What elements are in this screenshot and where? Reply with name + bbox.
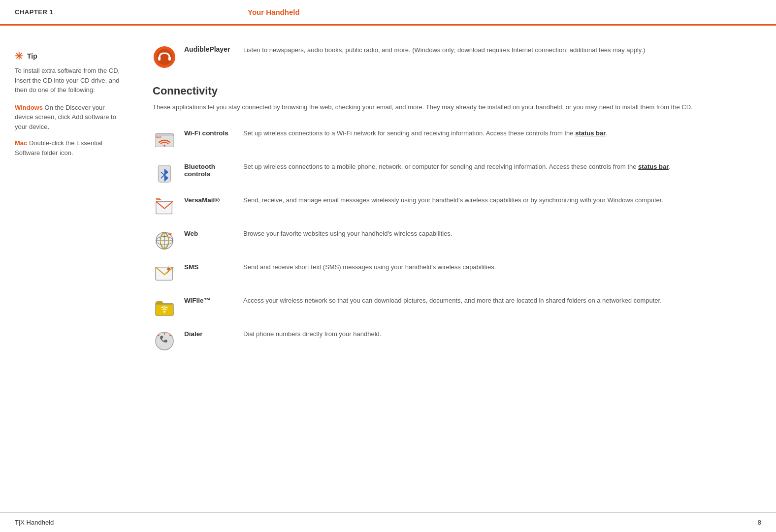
audible-icon-wrap (153, 45, 176, 69)
sms-app-name: SMS (184, 263, 198, 271)
svg-point-7 (163, 145, 165, 147)
dialer-icon (155, 331, 174, 351)
dialer-icon-wrap (153, 329, 176, 353)
tip-windows-section: Windows On the Discover your device scre… (15, 103, 123, 132)
sidebar: ✳ Tip To install extra software from the… (15, 45, 138, 358)
app-row-web: Web Browse your favorite websites using … (153, 224, 761, 257)
app-row-wifile: WiFile™ Access your wireless network so … (153, 291, 761, 324)
audible-text-wrap: AudiblePlayer Listen to newspapers, audi… (184, 45, 645, 55)
app-list: Wi-Fi Wi-Fi controls Set up wireless con… (153, 124, 761, 358)
audible-row: AudiblePlayer Listen to newspapers, audi… (153, 45, 761, 69)
bluetooth-app-name: Bluetoothcontrols (184, 163, 215, 178)
mac-label: Mac (15, 139, 27, 147)
sms-icon (155, 264, 174, 284)
footer-brand: T|X Handheld (15, 519, 54, 526)
connectivity-section: Connectivity These applications let you … (153, 85, 761, 358)
wifile-app-desc: Access your wireless network so that you… (243, 296, 761, 306)
connectivity-title: Connectivity (153, 85, 761, 97)
web-app-desc: Browse your favorite websites using your… (243, 229, 761, 239)
wifi-status-bar-link[interactable]: status bar (575, 129, 606, 137)
web-name-wrap: Web (184, 229, 243, 237)
tip-header: ✳ Tip (15, 50, 123, 62)
page-title: Your Handheld (248, 8, 761, 16)
web-app-name: Web (184, 230, 198, 237)
versamail-name-wrap: VersaMail® (184, 195, 243, 204)
sms-app-desc: Send and receive short text (SMS) messag… (243, 262, 761, 272)
svg-rect-3 (168, 57, 171, 61)
tip-mac-section: Mac Double-click the Essential Software … (15, 138, 123, 157)
dialer-app-name: Dialer (184, 330, 203, 338)
wifi-app-desc: Set up wireless connections to a Wi-Fi n… (243, 128, 761, 138)
app-row-wifi: Wi-Fi Wi-Fi controls Set up wireless con… (153, 124, 761, 157)
tip-label: Tip (27, 52, 37, 60)
wifile-name-wrap: WiFile™ (184, 296, 243, 304)
wifi-icon-wrap: Wi-Fi (153, 128, 176, 152)
app-row-dialer: Dialer Dial phone numbers directly from … (153, 324, 761, 358)
versamail-icon-wrap (153, 195, 176, 219)
page-footer: T|X Handheld 8 (0, 512, 776, 532)
tip-star-icon: ✳ (15, 50, 23, 62)
sms-name-wrap: SMS (184, 262, 243, 271)
versamail-app-desc: Send, receive, and manage email messages… (243, 195, 761, 205)
right-content: AudiblePlayer Listen to newspapers, audi… (138, 45, 761, 358)
connectivity-desc: These applications let you stay connecte… (153, 102, 761, 113)
wifile-app-name: WiFile™ (184, 297, 210, 304)
svg-rect-2 (158, 57, 161, 61)
dialer-app-desc: Dial phone numbers directly from your ha… (243, 329, 761, 339)
audible-name: AudiblePlayer (184, 45, 238, 53)
wifi-app-name: Wi-Fi controls (184, 129, 228, 137)
bluetooth-icon-wrap (153, 162, 176, 186)
footer-brand-suffix: Handheld (25, 519, 54, 526)
web-icon-wrap (153, 229, 176, 252)
dialer-name-wrap: Dialer (184, 329, 243, 338)
tip-body: To install extra software from the CD, i… (15, 66, 123, 95)
svg-rect-19 (156, 304, 173, 315)
footer-brand-name: T|X (15, 519, 25, 526)
sms-icon-wrap (153, 262, 176, 286)
main-content: ✳ Tip To install extra software from the… (0, 26, 776, 377)
audible-desc: Listen to newspapers, audio books, publi… (243, 45, 645, 55)
web-icon (155, 231, 174, 250)
wifi-name-wrap: Wi-Fi controls (184, 128, 243, 137)
svg-rect-5 (156, 134, 174, 136)
app-row-versamail: VersaMail® Send, receive, and manage ema… (153, 190, 761, 224)
versamail-icon (155, 198, 174, 217)
bluetooth-status-bar-link[interactable]: status bar (638, 163, 669, 170)
bluetooth-name-wrap: Bluetoothcontrols (184, 162, 243, 178)
audible-icon (153, 45, 176, 69)
svg-point-20 (163, 311, 165, 313)
wifile-icon (155, 298, 174, 317)
footer-page-number: 8 (758, 519, 761, 526)
bluetooth-icon (157, 164, 172, 183)
svg-text:Wi-Fi: Wi-Fi (156, 136, 162, 139)
versamail-app-name: VersaMail® (184, 196, 220, 204)
app-row-sms: SMS Send and receive short text (SMS) me… (153, 257, 761, 291)
bluetooth-app-desc: Set up wireless connections to a mobile … (243, 162, 761, 172)
mac-text: Double-click the Essential Software fold… (15, 139, 102, 156)
windows-label: Windows (15, 104, 43, 111)
chapter-label: CHAPTER 1 (15, 8, 248, 16)
wifi-icon: Wi-Fi (155, 133, 174, 147)
app-row-bluetooth: Bluetoothcontrols Set up wireless connec… (153, 157, 761, 190)
wifile-icon-wrap (153, 296, 176, 319)
page-header: CHAPTER 1 Your Handheld (0, 0, 776, 26)
